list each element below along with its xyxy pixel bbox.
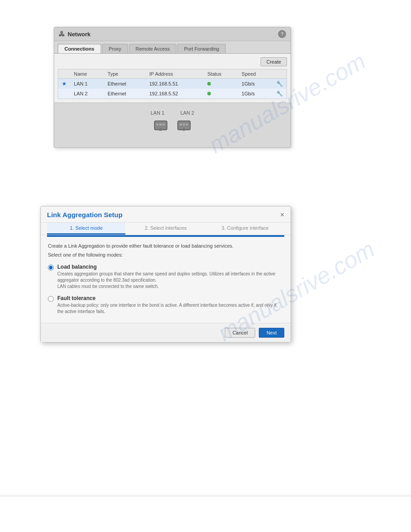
tab-port-forwarding[interactable]: Port Forwarding	[177, 44, 226, 53]
row-speed: 1Gb/s	[238, 89, 273, 99]
col-edit	[273, 69, 287, 79]
col-type: Type	[104, 69, 146, 79]
col-ip: IP Address	[146, 69, 204, 79]
diagram-label-lan1: LAN 1	[150, 110, 164, 116]
tab-connections[interactable]: Connections	[58, 44, 101, 53]
next-button[interactable]: Next	[259, 328, 284, 338]
row-status	[204, 79, 238, 89]
port-icon-lan1	[153, 117, 169, 133]
network-titlebar: 🖧 Network ?	[54, 27, 291, 41]
row-speed: 1Gb/s	[238, 79, 273, 89]
row-name: LAN 2	[70, 89, 104, 99]
row-edit[interactable]: 🔧	[273, 79, 287, 89]
dialog-titlebar: Link Aggregation Setup ×	[41, 206, 291, 223]
radio-desc-fault-tolerance: Active-backup policy: only one interface…	[57, 302, 283, 315]
status-dot	[207, 82, 211, 86]
star-icon: ★	[62, 81, 67, 87]
radio-item-fault-tolerance: Fault tolerance Active-backup policy: on…	[48, 295, 283, 315]
svg-rect-9	[183, 128, 185, 131]
create-row: Create	[58, 57, 287, 66]
svg-rect-1	[156, 124, 158, 125]
network-title: 🖧 Network	[59, 30, 90, 38]
svg-rect-7	[183, 124, 185, 125]
connections-table: Name Type IP Address Status Speed ★ LAN …	[58, 69, 287, 99]
col-name: Name	[70, 69, 104, 79]
row-star: ★	[58, 79, 71, 89]
network-content: Create Name Type IP Address Status Speed…	[54, 53, 291, 103]
radio-label-group-fault-tolerance: Fault tolerance Active-backup policy: on…	[57, 295, 283, 315]
col-star	[58, 69, 71, 79]
edit-icon[interactable]: 🔧	[276, 90, 283, 97]
row-type: Ethernet	[104, 79, 146, 89]
help-button[interactable]: ?	[278, 30, 286, 38]
dialog-body: Create a Link Aggregation to provide eit…	[41, 237, 291, 323]
network-panel: 🖧 Network ? Connections Proxy Remote Acc…	[54, 27, 291, 148]
radio-item-load-balancing: Load balancing Creates aggregation group…	[48, 264, 283, 290]
edit-icon[interactable]: 🔧	[276, 81, 283, 87]
wizard-step-1[interactable]: 1. Select mode	[47, 223, 125, 235]
dialog-title: Link Aggregation Setup	[47, 211, 123, 219]
status-dot	[207, 92, 211, 95]
network-diagram: LAN 1 LAN 2	[54, 103, 291, 147]
wizard-step-3[interactable]: 3. Configure interface	[206, 223, 284, 235]
diagram-label-lan2: LAN 2	[180, 110, 194, 116]
row-type: Ethernet	[104, 89, 146, 99]
tabs-row: Connections Proxy Remote Access Port For…	[54, 41, 291, 53]
create-button[interactable]: Create	[261, 57, 287, 66]
close-button[interactable]: ×	[280, 211, 284, 219]
tab-proxy[interactable]: Proxy	[102, 44, 128, 53]
row-edit[interactable]: 🔧	[273, 89, 287, 99]
port-icon-lan2	[176, 117, 192, 133]
row-status	[204, 89, 238, 99]
radio-label-group-load-balancing: Load balancing Creates aggregation group…	[57, 264, 283, 290]
link-aggregation-dialog: Link Aggregation Setup × 1. Select mode …	[40, 206, 291, 343]
panel-title: Network	[68, 31, 90, 38]
diagram-labels: LAN 1 LAN 2	[61, 110, 283, 116]
col-speed: Speed	[238, 69, 273, 79]
row-star	[58, 89, 71, 99]
wizard-steps: 1. Select mode 2. Select interfaces 3. C…	[41, 223, 291, 235]
radio-fault-tolerance[interactable]	[48, 296, 54, 302]
svg-rect-2	[159, 124, 162, 125]
port-icons	[61, 117, 283, 133]
dialog-select-label: Select one of the following modes:	[48, 252, 283, 257]
radio-title-fault-tolerance: Fault tolerance	[57, 295, 283, 301]
row-ip: 192.168.5.52	[146, 89, 204, 99]
network-icon: 🖧	[59, 30, 65, 38]
tab-remote-access[interactable]: Remote Access	[129, 44, 176, 53]
table-row: LAN 2 Ethernet 192.168.5.52 1Gb/s 🔧	[58, 89, 287, 99]
radio-group: Load balancing Creates aggregation group…	[48, 262, 283, 317]
svg-rect-6	[180, 124, 182, 125]
radio-load-balancing[interactable]	[48, 265, 54, 270]
row-name: LAN 1	[70, 79, 104, 89]
cancel-button[interactable]: Cancel	[225, 328, 255, 338]
radio-title-load-balancing: Load balancing	[57, 264, 283, 270]
table-row: ★ LAN 1 Ethernet 192.168.5.51 1Gb/s 🔧	[58, 79, 287, 89]
radio-desc-load-balancing: Creates aggregation groups that share th…	[57, 271, 283, 290]
dialog-footer: Cancel Next	[41, 323, 291, 342]
dialog-intro: Create a Link Aggregation to provide eit…	[48, 243, 283, 249]
row-ip: 192.168.5.51	[146, 79, 204, 89]
col-status: Status	[204, 69, 238, 79]
wizard-step-2[interactable]: 2. Select interfaces	[126, 223, 205, 235]
svg-rect-4	[159, 128, 162, 131]
bottom-rule	[0, 496, 411, 496]
svg-rect-8	[186, 124, 188, 125]
svg-rect-3	[163, 124, 165, 125]
